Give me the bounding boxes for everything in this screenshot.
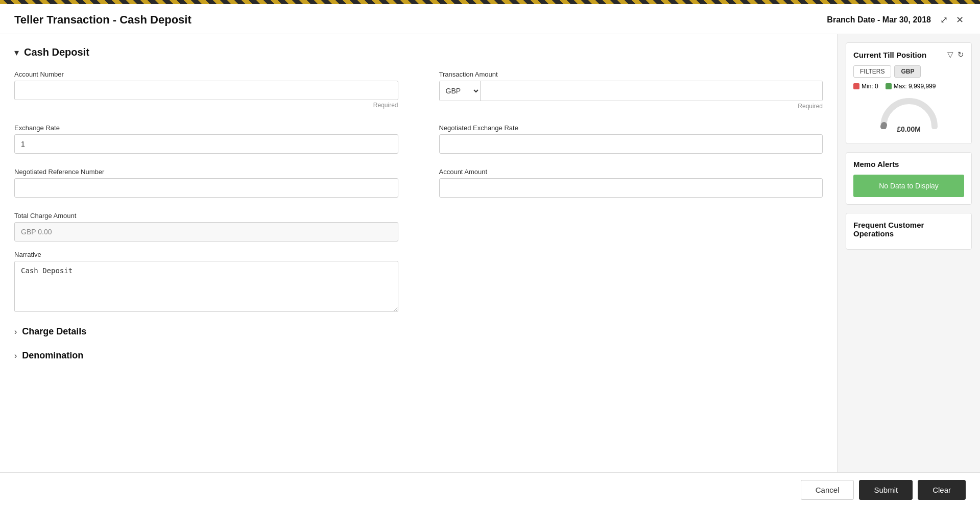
clear-button[interactable]: Clear (918, 480, 966, 500)
form-row-2: Exchange Rate Negotiated Exchange Rate (14, 124, 823, 163)
min-label: Min: 0 (862, 83, 878, 90)
negotiated-exchange-rate-label: Negotiated Exchange Rate (439, 124, 823, 132)
cash-deposit-title: Cash Deposit (24, 46, 89, 58)
min-legend: Min: 0 (853, 83, 878, 90)
account-number-required: Required (14, 102, 398, 109)
account-number-label: Account Number (14, 70, 398, 78)
modal-footer: Cancel Submit Clear (0, 472, 980, 507)
negotiated-reference-number-input[interactable] (14, 178, 398, 198)
transaction-amount-input[interactable] (481, 81, 823, 101)
account-amount-label: Account Amount (439, 168, 823, 176)
negotiated-exchange-rate-group: Negotiated Exchange Rate (439, 124, 823, 154)
close-icon[interactable]: ✕ (954, 13, 966, 27)
branch-date: Branch Date - Mar 30, 2018 (827, 15, 931, 25)
main-content: ▾ Cash Deposit Account Number Required T… (0, 34, 837, 472)
till-position-header: Current Till Position ▽ ↻ (853, 50, 964, 59)
form-row-3: Negotiated Reference Number Account Amou… (14, 168, 823, 207)
cancel-button[interactable]: Cancel (801, 480, 854, 500)
account-amount-input[interactable] (439, 178, 823, 198)
max-label: Max: 9,999,999 (894, 83, 936, 90)
negotiated-reference-number-group: Negotiated Reference Number (14, 168, 398, 198)
sidebar: Current Till Position ▽ ↻ FILTERS GBP Mi… (837, 34, 980, 472)
gauge-svg (878, 96, 940, 129)
account-number-input[interactable] (14, 81, 398, 100)
exchange-rate-label: Exchange Rate (14, 124, 398, 132)
max-dot (886, 83, 892, 89)
gauge-value: £0.00M (897, 125, 921, 133)
refresh-icon[interactable]: ↻ (958, 50, 964, 59)
background-pattern (0, 0, 980, 4)
memo-alerts-header: Memo Alerts (853, 160, 964, 168)
memo-alerts-title: Memo Alerts (853, 160, 899, 168)
form-row-1: Account Number Required Transaction Amou… (14, 70, 823, 119)
modal-title: Teller Transaction - Cash Deposit (14, 13, 192, 27)
exchange-rate-input[interactable] (14, 134, 398, 154)
expand-icon[interactable]: ⤢ (938, 13, 950, 27)
till-position-card: Current Till Position ▽ ↻ FILTERS GBP Mi… (846, 42, 972, 144)
modal-header: Teller Transaction - Cash Deposit Branch… (0, 4, 980, 34)
max-legend: Max: 9,999,999 (886, 83, 936, 90)
memo-alerts-card: Memo Alerts No Data to Display (846, 152, 972, 205)
transaction-amount-label: Transaction Amount (439, 70, 823, 78)
account-amount-group: Account Amount (439, 168, 823, 198)
charge-details-section[interactable]: › Charge Details (14, 323, 823, 340)
narrative-group: Narrative Cash Deposit (14, 251, 398, 314)
denomination-section[interactable]: › Denomination (14, 347, 823, 364)
transaction-amount-group: Transaction Amount GBP USD EUR Required (439, 70, 823, 110)
header-right: Branch Date - Mar 30, 2018 ⤢ ✕ (827, 13, 966, 27)
frequent-ops-title: Frequent Customer Operations (853, 221, 964, 238)
total-charge-amount-label: Total Charge Amount (14, 212, 398, 220)
till-position-icons: ▽ ↻ (947, 50, 964, 59)
narrative-input[interactable]: Cash Deposit (14, 261, 398, 312)
negotiated-reference-number-label: Negotiated Reference Number (14, 168, 398, 176)
header-icons: ⤢ ✕ (938, 13, 966, 27)
filter-tabs: FILTERS GBP (853, 65, 964, 78)
modal-body: ▾ Cash Deposit Account Number Required T… (0, 34, 980, 472)
submit-button[interactable]: Submit (859, 480, 913, 500)
currency-select[interactable]: GBP USD EUR (440, 81, 481, 101)
cash-deposit-header: ▾ Cash Deposit (14, 46, 823, 58)
cash-deposit-toggle[interactable]: ▾ (14, 47, 19, 58)
narrative-label: Narrative (14, 251, 398, 258)
account-number-group: Account Number Required (14, 70, 398, 110)
negotiated-exchange-rate-input[interactable] (439, 134, 823, 154)
filters-tab[interactable]: FILTERS (853, 65, 891, 78)
min-dot (853, 83, 859, 89)
total-charge-amount-group: Total Charge Amount (14, 212, 398, 242)
transaction-amount-required: Required (439, 103, 823, 110)
frequent-customer-ops-card: Frequent Customer Operations (846, 213, 972, 250)
till-position-title: Current Till Position (853, 51, 926, 59)
denomination-title: Denomination (22, 350, 83, 361)
gbp-tab[interactable]: GBP (894, 65, 921, 78)
exchange-rate-group: Exchange Rate (14, 124, 398, 154)
charge-details-title: Charge Details (22, 326, 86, 337)
filter-icon[interactable]: ▽ (947, 50, 953, 59)
denomination-toggle: › (14, 351, 17, 360)
modal-container: Teller Transaction - Cash Deposit Branch… (0, 4, 980, 507)
charge-details-toggle: › (14, 327, 17, 336)
total-charge-amount-input (14, 222, 398, 242)
gauge-container: £0.00M (853, 96, 964, 133)
transaction-amount-input-wrapper: GBP USD EUR (439, 81, 823, 101)
memo-no-data: No Data to Display (853, 175, 964, 197)
legend: Min: 0 Max: 9,999,999 (853, 83, 964, 90)
